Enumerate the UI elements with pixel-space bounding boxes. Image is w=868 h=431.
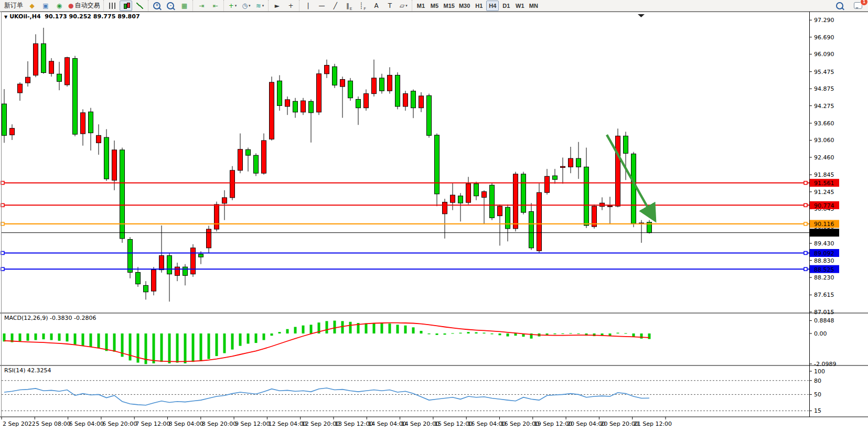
candle-up[interactable] — [451, 195, 455, 202]
candle-down[interactable] — [458, 196, 463, 203]
candle-up[interactable] — [65, 58, 70, 85]
candle-up[interactable] — [159, 255, 164, 270]
candle-down[interactable] — [380, 78, 384, 91]
candle-up[interactable] — [403, 94, 408, 106]
candle-up[interactable] — [443, 202, 447, 214]
tf-m30[interactable]: M30 — [457, 1, 471, 11]
candle-down[interactable] — [584, 167, 589, 225]
indicators-button[interactable]: +▾ — [226, 1, 239, 11]
candle-up[interactable] — [340, 80, 345, 87]
candle-up[interactable] — [372, 78, 377, 94]
candle-down[interactable] — [183, 267, 188, 275]
candle-down[interactable] — [246, 149, 251, 155]
tf-w1[interactable]: W1 — [513, 1, 526, 11]
candle-up[interactable] — [325, 65, 329, 73]
candle-up[interactable] — [175, 267, 180, 275]
candle-up[interactable] — [569, 158, 573, 167]
candle-down[interactable] — [309, 101, 314, 113]
candle-down[interactable] — [2, 104, 7, 135]
candle-down[interactable] — [254, 155, 259, 173]
channel-button[interactable]: ∥E — [342, 1, 355, 11]
fibonacci-button[interactable]: ┊F — [356, 1, 369, 11]
notification-badge[interactable]: 1 — [860, 0, 868, 6]
candle-down[interactable] — [277, 81, 282, 105]
candle-down[interactable] — [333, 67, 337, 85]
candle-up[interactable] — [152, 270, 156, 292]
candle-down[interactable] — [631, 154, 636, 223]
line-chart-button[interactable] — [133, 1, 146, 11]
templates-button-dropdown-icon[interactable]: ▾ — [262, 4, 264, 8]
charts-window-icon[interactable]: ▣ — [39, 1, 52, 11]
shapes-button[interactable]: ▱▾ — [397, 1, 410, 11]
bar-chart-button[interactable] — [106, 1, 119, 11]
candle-down[interactable] — [89, 112, 93, 133]
candle-down[interactable] — [474, 184, 479, 196]
candle-up[interactable] — [49, 61, 54, 73]
candle-up[interactable] — [537, 192, 542, 251]
candle-up[interactable] — [34, 44, 38, 75]
auto-trading-button[interactable]: ●自动交易 — [67, 1, 101, 11]
candle-up[interactable] — [238, 149, 243, 170]
candle-up[interactable] — [97, 135, 101, 143]
line-handle[interactable] — [804, 203, 807, 207]
shapes-button-dropdown-icon[interactable]: ▾ — [405, 4, 408, 8]
candle-down[interactable] — [356, 99, 361, 107]
candle-down[interactable] — [506, 207, 510, 229]
candle-down[interactable] — [395, 75, 400, 106]
new-order-button[interactable]: 新订单 — [2, 1, 25, 11]
candle-down[interactable] — [576, 158, 581, 167]
candle-down[interactable] — [57, 74, 62, 81]
candle-up[interactable] — [317, 74, 322, 112]
candle-up[interactable] — [112, 150, 117, 180]
candle-down[interactable] — [41, 44, 46, 72]
vertical-line-button[interactable]: | — [302, 1, 314, 11]
candle-up[interactable] — [301, 101, 306, 112]
candle-up[interactable] — [18, 84, 23, 93]
tf-d1[interactable]: D1 — [500, 1, 512, 11]
candle-up[interactable] — [222, 198, 227, 203]
candle-down[interactable] — [427, 95, 432, 135]
horizontal-line-button[interactable]: — — [315, 1, 328, 11]
candle-up[interactable] — [616, 136, 620, 206]
candle-down[interactable] — [167, 255, 172, 274]
candle-up[interactable] — [81, 113, 85, 134]
tf-m5[interactable]: M5 — [428, 1, 441, 11]
periods-clock-button[interactable]: ◷▾ — [240, 1, 252, 11]
search-icon-button[interactable] — [833, 1, 846, 11]
auto-scroll-button[interactable]: ⇥ — [195, 1, 208, 11]
candle-down[interactable] — [199, 254, 203, 257]
chart-canvas[interactable]: 97.29096.69096.09095.47594.87594.27593.6… — [0, 12, 868, 431]
templates-button[interactable]: ≋▾ — [253, 1, 266, 11]
candle-down[interactable] — [73, 58, 78, 134]
candle-down[interactable] — [348, 81, 353, 98]
candle-up[interactable] — [215, 204, 219, 229]
candle-up[interactable] — [10, 128, 15, 135]
candle-up[interactable] — [230, 170, 235, 198]
candle-down[interactable] — [120, 150, 125, 239]
candle-up[interactable] — [364, 94, 369, 108]
deposit-icon[interactable]: ◆ — [26, 1, 38, 11]
tf-h4[interactable]: H4 — [486, 1, 499, 11]
line-handle[interactable] — [804, 181, 807, 185]
candle-up[interactable] — [207, 229, 211, 248]
signals-icon[interactable]: ◉ — [53, 1, 66, 11]
tf-h1[interactable]: H1 — [473, 1, 485, 11]
candlestick-chart-button[interactable] — [120, 1, 132, 11]
candle-up[interactable] — [285, 100, 290, 106]
line-handle[interactable] — [804, 222, 807, 225]
text-button[interactable]: A — [370, 1, 382, 11]
candle-down[interactable] — [128, 240, 133, 273]
candle-down[interactable] — [293, 101, 298, 112]
candle-up[interactable] — [466, 184, 471, 202]
candle-down[interactable] — [104, 137, 109, 179]
candle-down[interactable] — [411, 91, 416, 108]
candle-down[interactable] — [521, 174, 526, 212]
candle-down[interactable] — [553, 176, 558, 179]
indicators-button-dropdown-icon[interactable]: ▾ — [235, 4, 237, 8]
candle-up[interactable] — [513, 174, 518, 229]
tile-windows-button[interactable]: ▦ — [178, 1, 190, 11]
tf-mn[interactable]: MN — [527, 1, 540, 11]
trendline-button[interactable]: ╱ — [329, 1, 341, 11]
candle-up[interactable] — [545, 176, 550, 192]
candle-up[interactable] — [419, 96, 424, 108]
